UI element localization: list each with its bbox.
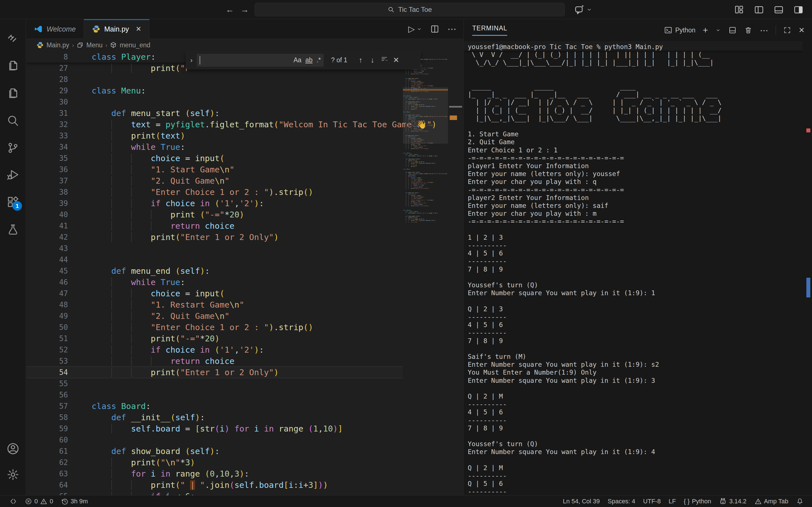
code-line-51[interactable]: 51 print("-="*20) [26, 333, 403, 344]
tab-main-py[interactable]: Main.py ✕ [84, 19, 150, 39]
breadcrumb-method[interactable]: menu_end [119, 41, 150, 49]
scrollbar-thumb[interactable] [806, 278, 810, 297]
code-line-49[interactable]: 49 "2. Quit Game\n" [26, 311, 403, 322]
eol-setting[interactable]: LF [665, 496, 680, 507]
code-line-45[interactable]: 45 def menu_end (self): [26, 265, 403, 277]
code-line-63[interactable]: 63 for i in range (0,10,3): [26, 468, 403, 480]
encoding-setting[interactable]: UTF-8 [639, 496, 665, 507]
code-line-59[interactable]: 59 self.board = [str(i) for i in range (… [26, 423, 403, 434]
python-interpreter[interactable]: 3.14.2 [715, 496, 750, 507]
code-line-56[interactable]: 56 [26, 389, 403, 400]
indentation-setting[interactable]: Spaces: 4 [604, 496, 639, 507]
more-actions-icon[interactable]: ⋯ [448, 24, 456, 34]
settings-button[interactable] [0, 462, 26, 487]
toggle-primary-sidebar-icon[interactable] [753, 4, 765, 15]
code-line-53[interactable]: 53 return choice [26, 355, 403, 367]
line-number[interactable]: 61 [26, 446, 83, 457]
chevron-down-icon[interactable] [715, 27, 721, 33]
find-close-button[interactable]: ✕ [390, 56, 402, 64]
regex-toggle[interactable]: .* [317, 56, 321, 64]
code-line-28[interactable]: 28 [26, 74, 403, 85]
code-line-40[interactable]: 40 print ("-="*20) [26, 209, 403, 220]
code-line-39[interactable]: 39 if choice in ('1','2'): [26, 198, 403, 209]
line-number[interactable]: 39 [26, 198, 83, 209]
match-case-toggle[interactable]: Aa [294, 56, 301, 64]
find-collapse-icon[interactable]: › [186, 56, 197, 64]
line-number[interactable]: 28 [26, 74, 83, 85]
code-line-65[interactable]: 65 if i < 6: [26, 491, 403, 495]
code-editor[interactable]: 8 class Player: 27 print("P2829class Men… [26, 51, 463, 495]
panel-tab-terminal[interactable]: TERMINAL [472, 24, 507, 36]
breadcrumb-class[interactable]: Menu [86, 41, 103, 49]
line-number[interactable]: 53 [26, 355, 83, 367]
run-python-button[interactable]: ▷ [408, 24, 422, 34]
find-previous-button[interactable]: ↑ [355, 56, 366, 64]
whole-word-toggle[interactable]: ab [305, 56, 313, 64]
find-next-button[interactable]: ↓ [366, 56, 378, 64]
line-number[interactable]: 31 [26, 108, 83, 119]
code-line-60[interactable]: 60 [26, 434, 403, 446]
line-number[interactable]: 43 [26, 243, 83, 254]
line-number[interactable]: 38 [26, 186, 83, 198]
cursor-position[interactable]: Ln 54, Col 39 [559, 496, 604, 507]
line-number[interactable]: 40 [26, 209, 83, 220]
line-number[interactable]: 29 [26, 85, 83, 96]
nav-back-icon[interactable]: ← [224, 4, 236, 15]
tab-welcome[interactable]: Welcome [26, 19, 84, 39]
line-number[interactable]: 60 [26, 434, 83, 446]
code-line-46[interactable]: 46 while True: [26, 277, 403, 288]
sidebar-item-open-editors[interactable] [0, 80, 26, 106]
line-number[interactable]: 34 [26, 142, 83, 153]
customize-layout-icon[interactable] [733, 4, 745, 15]
notifications-bell[interactable] [792, 496, 808, 507]
split-terminal-icon[interactable] [728, 26, 737, 34]
code-line-42[interactable]: 42 print("Enter 1 or 2 Only") [26, 231, 403, 243]
terminal-output[interactable]: youssef1@macbook-pro Tic Tac Toe % pytho… [464, 41, 802, 495]
new-terminal-button[interactable]: + [703, 25, 708, 36]
code-line-29[interactable]: 29class Menu: [26, 85, 403, 96]
code-line-44[interactable]: 44 [26, 254, 403, 265]
line-number[interactable]: 33 [26, 130, 83, 142]
line-number[interactable]: 35 [26, 153, 83, 164]
line-number[interactable]: 56 [26, 389, 83, 400]
line-number[interactable]: 51 [26, 333, 83, 344]
breadcrumb-file[interactable]: Main.py [47, 41, 69, 49]
code-line-47[interactable]: 47 choice = input( [26, 288, 403, 299]
minimap[interactable]: print("P class Menu: def menu_start (sel… [403, 51, 448, 495]
code-line-61[interactable]: 61 def show_board (self): [26, 446, 403, 457]
line-number[interactable]: 44 [26, 254, 83, 265]
code-line-37[interactable]: 37 "2. Quit Game\n" [26, 175, 403, 186]
code-line-30[interactable]: 30 [26, 96, 403, 108]
find-input[interactable]: Aa ab .* [197, 54, 324, 67]
sidebar-item-search[interactable] [0, 108, 26, 133]
code-line-64[interactable]: 64 print(" | ".join(self.board[i:i+3])) [26, 480, 403, 491]
line-number[interactable]: 36 [26, 164, 83, 175]
accounts-button[interactable] [0, 436, 26, 461]
code-line-33[interactable]: 33 print(text) [26, 130, 403, 142]
copilot-chat-button[interactable] [574, 4, 592, 15]
code-line-54[interactable]: 54 print("Enter 1 or 2 Only") [26, 367, 403, 378]
code-line-50[interactable]: 50 "Enter Choice 1 or 2 : ").strip() [26, 322, 403, 333]
line-number[interactable]: 45 [26, 265, 83, 277]
code-line-32[interactable]: 32 text = pyfiglet.figlet_format("Welcom… [26, 119, 403, 130]
command-center-search[interactable]: Tic Tac Toe [255, 3, 565, 16]
sidebar-item-source-control[interactable] [0, 135, 26, 161]
code-line-48[interactable]: 48 "1. Restart Game\n" [26, 299, 403, 311]
overview-ruler[interactable] [448, 51, 463, 495]
code-line-55[interactable]: 55 [26, 378, 403, 389]
code-line-43[interactable]: 43 [26, 243, 403, 254]
code-line-62[interactable]: 62 print("\n"*3) [26, 457, 403, 468]
line-number[interactable]: 32 [26, 119, 83, 130]
line-number[interactable]: 59 [26, 423, 83, 434]
line-number[interactable]: 30 [26, 96, 83, 108]
line-number[interactable]: 47 [26, 288, 83, 299]
sidebar-item-testing[interactable] [0, 217, 26, 242]
sidebar-item-explorer[interactable] [0, 53, 26, 78]
terminal-scrollbar[interactable] [805, 41, 812, 495]
line-number[interactable]: 52 [26, 344, 83, 355]
find-in-selection-icon[interactable] [378, 55, 390, 65]
terminal-shell-selector[interactable]: Python [664, 26, 696, 34]
code-line-38[interactable]: 38 "Enter Choice 1 or 2 : ").strip() [26, 186, 403, 198]
line-number[interactable]: 37 [26, 175, 83, 186]
code-line-57[interactable]: 57class Board: [26, 400, 403, 412]
